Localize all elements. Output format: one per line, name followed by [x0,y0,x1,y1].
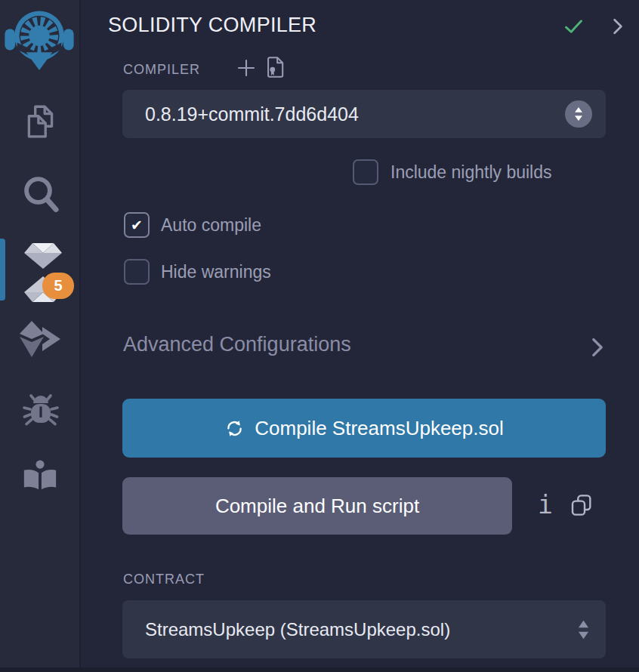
compiler-section-label: COMPILER [123,62,200,78]
icon-sidebar: 5 [0,0,81,672]
add-compiler-plus-icon[interactable] [235,57,258,79]
collapse-panel-chevron-icon[interactable] [613,18,623,38]
contract-select[interactable]: StreamsUpkeep (StreamsUpkeep.sol) [122,600,606,658]
select-up-down-carets-icon [578,620,589,643]
hide-warnings-checkbox[interactable] [124,259,150,285]
include-nightly-checkbox[interactable] [353,159,378,185]
advanced-chevron-right-icon[interactable] [591,338,604,360]
contract-select-value: StreamsUpkeep (StreamsUpkeep.sol) [145,619,450,640]
auto-compile-checkbox[interactable]: ✔ [124,212,150,238]
compile-success-check-icon [564,19,583,37]
compile-button[interactable]: Compile StreamsUpkeep.sol [122,399,606,458]
copy-icon[interactable] [570,493,594,517]
info-icon[interactable]: i [532,488,558,521]
run-button-label: Compile and Run script [215,495,419,518]
page-title: SOLIDITY COMPILER [108,14,316,37]
compiler-error-badge: 5 [42,273,74,299]
remix-ide-window: 5 [0,0,639,672]
checkmark-icon: ✔ [131,218,143,233]
remix-logo-graphic [4,7,75,70]
search-icon[interactable] [20,171,62,216]
debugger-bug-icon[interactable] [20,390,61,434]
deploy-and-run-icon[interactable] [19,319,63,360]
solidity-compiler-panel: SOLIDITY COMPILER COMPILER [82,0,639,672]
select-caret-circle-icon [565,100,592,128]
active-plugin-indicator [0,239,5,301]
hide-warnings-label[interactable]: Hide warnings [161,262,271,282]
advanced-configurations-toggle[interactable]: Advanced Configurations [123,333,351,356]
contract-section-label: CONTRACT [123,572,205,587]
learn-book-icon[interactable] [20,456,60,498]
compiler-version-value: 0.8.19+commit.7dd6d404 [145,103,359,125]
compiler-license-file-icon[interactable] [264,55,287,79]
compile-button-label: Compile StreamsUpkeep.sol [255,417,503,440]
remix-logo-icon[interactable] [4,7,75,70]
include-nightly-label[interactable]: Include nightly builds [390,162,552,183]
refresh-icon [224,418,245,439]
auto-compile-label[interactable]: Auto compile [161,215,261,236]
compiler-version-select[interactable]: 0.8.19+commit.7dd6d404 [122,90,606,138]
file-explorer-icon[interactable] [22,100,60,143]
bottom-divider [0,667,639,672]
compile-and-run-button[interactable]: Compile and Run script [122,477,512,535]
